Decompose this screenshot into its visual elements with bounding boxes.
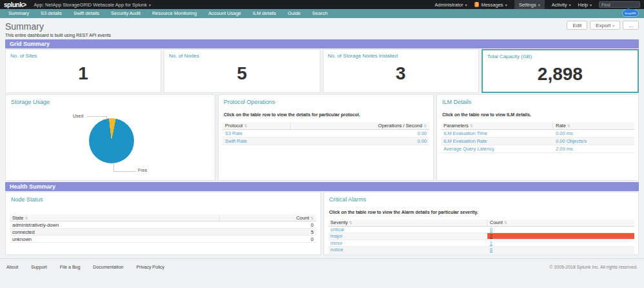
table-row-critical[interactable]: critical 0 bbox=[328, 227, 635, 234]
critical-alarms-table: Severity⇅ Count⇅ critical 0 major 2 mino… bbox=[328, 220, 635, 254]
kpi-total-capacity: Total Capacity (GB) 2,898 bbox=[482, 49, 639, 93]
find-input[interactable] bbox=[599, 1, 640, 8]
table-header-row: Severity⇅ Count⇅ bbox=[328, 220, 635, 227]
kpi-storage-nodes-installed: No. of Storage Nodes installed 3 bbox=[323, 49, 479, 93]
settings-menu[interactable]: Settings ▾ bbox=[514, 0, 545, 9]
pie-callout-line bbox=[87, 116, 107, 119]
kpi-title: Total Capacity (GB) bbox=[483, 50, 638, 59]
table-row-major[interactable]: major 2 bbox=[328, 233, 635, 240]
sort-icon: ⇅ bbox=[424, 124, 427, 128]
app-menu[interactable]: App: NetApp StorageGRID Webscale App for… bbox=[34, 2, 151, 8]
splunk-logo[interactable]: splunk> bbox=[4, 1, 26, 8]
chevron-down-icon: ▾ bbox=[505, 3, 507, 7]
export-label: Export bbox=[596, 23, 610, 28]
table-row-administratively-down[interactable]: administratively-down 0 bbox=[10, 221, 317, 229]
topbar-menus: Administrator ▾ 3 Messages ▾ Settings ▾ … bbox=[434, 0, 640, 9]
kpi-value: 5 bbox=[164, 63, 319, 84]
protocol-operations-table: Protocol⇅ Operations / Second⇅ S3 Rate 0… bbox=[222, 122, 429, 145]
node-status-panel: Node Status State⇅ Count⇅ administrative… bbox=[5, 192, 321, 255]
storagegrid-logo-label: StorageGRID bbox=[625, 12, 636, 15]
table-header-row: Parameters⇅ Rate⇅ bbox=[441, 122, 634, 130]
chevron-down-icon: ▾ bbox=[538, 3, 540, 7]
user-menu[interactable]: Administrator ▾ bbox=[434, 2, 467, 8]
chevron-down-icon: ▾ bbox=[149, 3, 151, 7]
sort-icon: ⇅ bbox=[470, 124, 473, 128]
table-header-row: Protocol⇅ Operations / Second⇅ bbox=[222, 122, 429, 130]
footer-link-about[interactable]: About bbox=[6, 265, 18, 269]
table-row-s3-rate[interactable]: S3 Rate 0.00 bbox=[222, 130, 429, 138]
kpi-title: No. of Nodes bbox=[164, 50, 319, 59]
kpi-value: 1 bbox=[6, 63, 161, 84]
column-header-parameters[interactable]: Parameters⇅ bbox=[441, 123, 553, 129]
sort-icon: ⇅ bbox=[349, 221, 353, 225]
table-row-notice[interactable]: notice 0 bbox=[328, 247, 635, 254]
node-status-table: State⇅ Count⇅ administratively-down 0 co… bbox=[10, 214, 317, 243]
sort-icon: ⇅ bbox=[504, 221, 507, 225]
export-button[interactable]: Export ▾ bbox=[590, 21, 620, 30]
page-header: Summary This entire dashboard is built u… bbox=[0, 18, 644, 39]
column-header-operations-per-second[interactable]: Operations / Second⇅ bbox=[291, 123, 429, 129]
app-title-label: App: NetApp StorageGRID Webscale App for… bbox=[34, 2, 147, 8]
storage-usage-pie[interactable] bbox=[89, 118, 134, 163]
grid-summary-section-header: Grid Summary bbox=[5, 39, 639, 48]
nav-item-summary[interactable]: Summary bbox=[3, 9, 35, 18]
copyright-text: © 2005-2018 Splunk Inc. All rights reser… bbox=[549, 265, 638, 269]
column-header-protocol[interactable]: Protocol⇅ bbox=[222, 123, 291, 129]
help-menu[interactable]: Help ▾ bbox=[578, 2, 592, 8]
panel-title: Protocol Operations bbox=[219, 95, 433, 105]
chevron-down-icon: ▾ bbox=[590, 3, 592, 7]
messages-menu[interactable]: 3 Messages ▾ bbox=[474, 2, 507, 8]
kpi-value: 2,898 bbox=[483, 64, 638, 85]
table-row-ilm-evaluation-time[interactable]: ILM Evaluation Time 0.00 ms bbox=[441, 130, 634, 138]
nav-item-account-usage[interactable]: Account Usage bbox=[202, 9, 247, 18]
panel-title: ILM Details bbox=[437, 95, 638, 105]
table-row-unknown[interactable]: unknown 0 bbox=[10, 236, 317, 243]
sort-icon: ⇅ bbox=[310, 216, 313, 220]
storage-usage-panel: Storage Usage Used Free bbox=[5, 94, 215, 181]
panel-title: Storage Usage bbox=[6, 95, 215, 105]
column-header-count[interactable]: Count⇅ bbox=[220, 215, 317, 221]
nav-item-security-audit[interactable]: Security Audit bbox=[105, 9, 146, 18]
column-header-severity[interactable]: Severity⇅ bbox=[328, 220, 487, 225]
panel-description: Click on the table row to view ILM detai… bbox=[437, 105, 638, 117]
nav-item-guide[interactable]: Guide bbox=[282, 9, 306, 18]
footer-links: About Support File a Bug Documentation P… bbox=[6, 265, 164, 269]
messages-count-badge: 3 bbox=[474, 2, 480, 7]
table-row-connected[interactable]: connected 5 bbox=[10, 229, 317, 236]
pie-label-used: Used bbox=[73, 114, 83, 118]
column-header-rate[interactable]: Rate⇅ bbox=[553, 123, 634, 129]
activity-label: Activity bbox=[552, 2, 567, 8]
nav-item-s3-details[interactable]: S3 details bbox=[35, 9, 68, 18]
edit-button[interactable]: Edit bbox=[567, 21, 587, 30]
table-row-ilm-evaluation-rate[interactable]: ILM Evaluation Rate 0.00 Objects/s bbox=[441, 138, 634, 145]
footer-link-file-a-bug[interactable]: File a Bug bbox=[60, 265, 81, 269]
critical-alarms-panel: Critical Alarms Click on the table row t… bbox=[324, 192, 639, 255]
footer-link-privacy-policy[interactable]: Privacy Policy bbox=[136, 265, 164, 269]
kpi-title: No. of Sites bbox=[6, 50, 161, 59]
sort-icon: ⇅ bbox=[244, 124, 248, 128]
footer-link-support[interactable]: Support bbox=[31, 265, 47, 269]
chevron-down-icon: ▾ bbox=[465, 3, 467, 7]
table-row-minor[interactable]: minor 1 bbox=[328, 240, 635, 247]
table-row-average-query-latency[interactable]: Average Query Latency 2.09 ms bbox=[441, 145, 634, 153]
highlighted-count-cell: 2 bbox=[487, 233, 634, 239]
nav-item-swift-details[interactable]: Swift details bbox=[68, 9, 105, 18]
header-actions: Edit Export ▾ ... bbox=[567, 21, 639, 30]
more-button[interactable]: ... bbox=[623, 21, 639, 30]
kpi-row: No. of Sites 1 No. of Nodes 5 No. of Sto… bbox=[5, 49, 639, 93]
table-row-swift-rate[interactable]: Swift Rate 0.00 bbox=[222, 138, 429, 145]
storagegrid-cloud-logo-icon: StorageGRID bbox=[622, 10, 639, 17]
ilm-details-table: Parameters⇅ Rate⇅ ILM Evaluation Time 0.… bbox=[441, 122, 634, 153]
panel-title: Critical Alarms bbox=[324, 192, 639, 203]
nav-item-search[interactable]: Search bbox=[306, 9, 333, 18]
footer-link-documentation[interactable]: Documentation bbox=[93, 265, 123, 269]
activity-menu[interactable]: Activity ▾ bbox=[552, 2, 571, 8]
help-label: Help bbox=[578, 2, 588, 8]
nav-item-ilm-details[interactable]: ILM details bbox=[247, 9, 282, 18]
user-name: Administrator bbox=[434, 2, 463, 8]
kpi-no-of-sites: No. of Sites 1 bbox=[5, 49, 161, 93]
column-header-state[interactable]: State⇅ bbox=[10, 215, 220, 221]
chevron-down-icon: ▾ bbox=[612, 23, 614, 28]
column-header-count[interactable]: Count⇅ bbox=[487, 220, 634, 225]
nav-item-resource-monitoring[interactable]: Resource Monitoring bbox=[146, 9, 202, 18]
